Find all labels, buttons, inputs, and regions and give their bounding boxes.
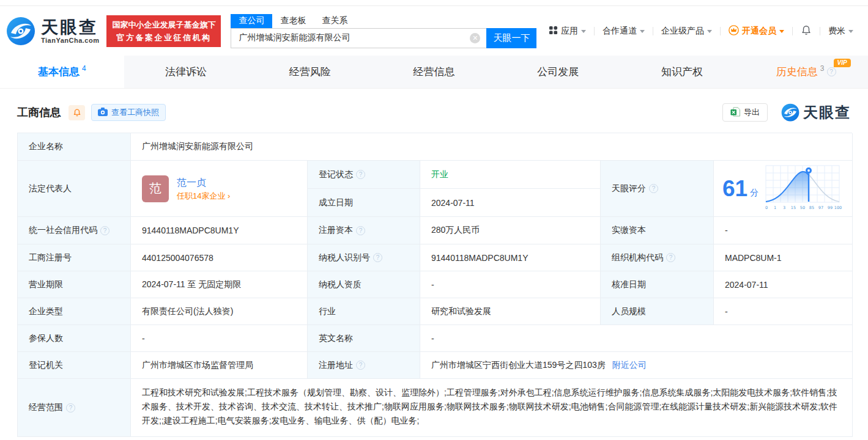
help-icon[interactable]: [827, 67, 836, 76]
excel-icon: [730, 107, 740, 119]
business-term-value: 2024-07-11 至 无固定期限: [131, 271, 308, 298]
company-type-label: 企业类型: [18, 298, 131, 325]
monitor-bell-button[interactable]: [69, 105, 85, 120]
svg-text:99: 99: [828, 205, 833, 210]
nav-apps-label: 应用: [561, 26, 578, 37]
crown-icon: [729, 25, 739, 37]
apps-grid-icon: [549, 26, 558, 37]
tianyancha-logo-icon: [6, 16, 35, 46]
score-value: 61: [722, 177, 747, 200]
export-button[interactable]: 导出: [722, 103, 768, 122]
nav-notifications[interactable]: [801, 24, 812, 37]
gov-badge-line2: 官方备案企业征信机构: [112, 31, 215, 44]
help-icon[interactable]: [373, 253, 382, 262]
english-name-label: 英文名称: [308, 325, 420, 352]
vip-badge: VIP: [834, 59, 851, 67]
help-icon[interactable]: [356, 170, 365, 179]
nav-user-menu[interactable]: 费米: [828, 26, 853, 37]
nav-enterprise-label: 企业级产品: [661, 26, 704, 37]
help-icon[interactable]: [356, 361, 365, 370]
company-name-value: 广州增城润安新能源有限公司: [131, 133, 853, 161]
help-icon[interactable]: [666, 253, 675, 262]
search-tab-company[interactable]: 查公司: [231, 14, 272, 28]
tab-legal-litigation-label: 法律诉讼: [165, 65, 207, 79]
company-tabbar: 基本信息 4 法律诉讼 经营风险 经营信息 公司发展 知识产权 VIP 历史信息…: [0, 56, 868, 89]
logo-domain: TianYanCha.com: [41, 37, 99, 44]
paid-capital-value: -: [714, 217, 853, 244]
insured-label: 参保人数: [18, 325, 131, 352]
legal-rep-positions-link[interactable]: 任职14家企业 ›: [177, 190, 230, 202]
legal-rep-avatar[interactable]: 范: [142, 175, 169, 202]
reg-status-label: 登记状态: [308, 161, 420, 189]
top-strip: [0, 0, 868, 6]
nav-vip-label: 开通会员: [742, 26, 776, 37]
reg-number-label: 工商注册号: [18, 244, 131, 271]
nav-partner-label: 合作通道: [603, 26, 637, 37]
help-icon[interactable]: [356, 226, 365, 235]
watermark-text: 天眼查: [803, 103, 851, 122]
svg-text:15: 15: [791, 205, 796, 210]
tianyancha-logo[interactable]: 天眼查 TianYanCha.com: [6, 16, 99, 46]
svg-text:97: 97: [818, 205, 823, 210]
reg-capital-label: 注册资本: [308, 217, 420, 244]
nav-enterprise[interactable]: 企业级产品: [661, 26, 712, 37]
search-tab-relation[interactable]: 查关系: [314, 14, 355, 28]
nav-divider: [792, 27, 793, 35]
help-icon[interactable]: [649, 184, 658, 193]
nearby-companies-link[interactable]: 附近公司: [612, 360, 647, 371]
reg-status-label-text: 登记状态: [319, 169, 353, 180]
search-tab-boss[interactable]: 查老板: [272, 14, 314, 28]
tab-history-info[interactable]: VIP 历史信息 3: [744, 56, 868, 88]
staff-size-label: 人员规模: [601, 298, 714, 325]
tab-legal-litigation[interactable]: 法律诉讼: [124, 56, 248, 88]
tab-company-development-label: 公司发展: [537, 65, 579, 79]
help-icon[interactable]: [66, 403, 75, 413]
score-unit: 分: [750, 188, 759, 199]
reg-number-value: 440125004076578: [131, 244, 308, 271]
svg-text:1: 1: [774, 205, 776, 210]
reg-status-text: 开业: [431, 169, 448, 180]
svg-text:100: 100: [834, 205, 842, 210]
snapshot-button[interactable]: 查看工商快照: [91, 104, 166, 121]
org-code-value: MADPC8UM-1: [714, 244, 853, 271]
chevron-down-icon: [848, 30, 853, 33]
nav-divider: [653, 27, 653, 35]
nav-divider: [720, 27, 721, 35]
svg-text:0: 0: [765, 205, 768, 210]
help-icon[interactable]: [100, 226, 109, 235]
tab-intellectual-property[interactable]: 知识产权: [620, 56, 744, 88]
credit-code-value: 91440118MADPC8UM1Y: [131, 217, 308, 244]
score-label: 天眼评分: [601, 161, 714, 217]
nav-apps[interactable]: 应用: [549, 26, 586, 37]
logo-title: 天眼查: [41, 18, 99, 37]
score-distribution-chart: 013 155085 9799100: [763, 163, 843, 214]
score-cell[interactable]: 61 分 013 155085: [714, 161, 853, 217]
tab-operation-risk[interactable]: 经营风险: [248, 56, 372, 88]
nav-username: 费米: [828, 26, 845, 37]
approval-date-label: 核准日期: [601, 271, 714, 298]
clear-search-icon[interactable]: ✕: [470, 33, 480, 43]
taxpayer-id-value: 91440118MADPC8UM1Y: [420, 244, 601, 271]
business-info-table: 企业名称 广州增城润安新能源有限公司 法定代表人 范 范一贞 任职14家企业 ›…: [17, 133, 852, 437]
credit-code-label: 统一社会信用代码: [18, 217, 131, 244]
search-button[interactable]: 天眼一下: [486, 28, 536, 48]
address-label: 注册地址: [308, 352, 420, 379]
nav-partner[interactable]: 合作通道: [603, 26, 645, 37]
nav-open-vip[interactable]: 开通会员: [729, 25, 784, 37]
business-scope-label-text: 经营范围: [29, 402, 63, 413]
tab-operation-info[interactable]: 经营信息: [372, 56, 496, 88]
camera-icon: [98, 108, 108, 118]
section-title: 工商信息: [17, 105, 61, 120]
search-tabs: 查公司 查老板 查关系: [231, 14, 536, 28]
tab-basic-info[interactable]: 基本信息 4: [0, 56, 124, 88]
watermark-logo: 天眼查: [781, 103, 851, 122]
legal-rep-name-link[interactable]: 范一贞: [177, 175, 230, 190]
credit-code-label-text: 统一社会信用代码: [29, 225, 97, 236]
taxpayer-id-label: 纳税人识别号: [308, 244, 420, 271]
tab-company-development[interactable]: 公司发展: [496, 56, 620, 88]
svg-text:3: 3: [783, 205, 785, 210]
registry-value: 广州市增城区市场监督管理局: [131, 352, 308, 379]
chevron-down-icon: [640, 30, 645, 33]
search-input[interactable]: [231, 28, 486, 48]
registry-label: 登记机关: [18, 352, 131, 379]
